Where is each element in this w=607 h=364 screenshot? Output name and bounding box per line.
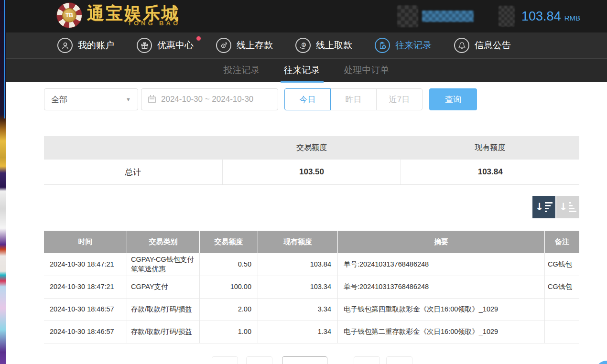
cell-summary: 电子钱包第四重取款彩金《次日16:00领取》_1029 [338, 299, 545, 321]
sort-descending-button[interactable]: ↓ [532, 196, 555, 218]
summary-total-balance: 103.84 [401, 160, 579, 184]
nav-label: 线上取款 [316, 39, 352, 52]
nav-item-withdraw[interactable]: $ 线上取款 [295, 38, 352, 53]
nav-item-promotions[interactable]: 优惠中心 [137, 38, 194, 53]
sort-controls: ↓ ↓ [44, 196, 579, 218]
nav-item-deposit[interactable]: 线上存款 [216, 38, 273, 53]
nav-label: 线上存款 [237, 39, 273, 52]
pagination-first-button[interactable] [212, 356, 238, 364]
nav-item-my-account[interactable]: 我的账户 [57, 38, 114, 53]
cell-remark [545, 299, 579, 321]
sort-ascending-icon: ↓ [559, 202, 577, 212]
account-area: 103.84 RMB [397, 0, 580, 32]
tab-betting-records[interactable]: 投注记录 [223, 59, 261, 83]
pagination-page-select[interactable] [282, 356, 327, 364]
cell-type: CGPAY-CG钱包支付笔笔送优惠 [127, 253, 200, 276]
chevron-down-icon: ▼ [126, 96, 131, 102]
promo-banner-strip [0, 0, 6, 364]
summary-header: 交易额度 现有额度 [44, 136, 579, 160]
summary-col-balance: 现有额度 [401, 143, 579, 153]
cell-amount: 100.00 [200, 276, 258, 298]
quick-today-button[interactable]: 今日 [284, 88, 331, 110]
table-row: 2024-10-30 18:46:57 存款/取款/打码/损益 1.00 1.3… [44, 321, 579, 343]
col-header-amount: 交易额度 [200, 231, 258, 253]
nav-item-transaction-records[interactable]: 往来记录 [375, 38, 432, 53]
date-range-value: 2024-10-30 ~ 2024-10-30 [161, 95, 253, 104]
avatar[interactable] [397, 5, 418, 27]
pagination-next-button[interactable] [354, 356, 380, 364]
summary-table: 交易额度 现有额度 总计 103.50 103.84 [44, 136, 579, 185]
nav-label: 我的账户 [78, 39, 114, 52]
username-redacted[interactable] [422, 11, 474, 22]
quick-yesterday-button[interactable]: 昨日 [330, 88, 377, 110]
pagination [44, 356, 579, 364]
bell-icon [454, 38, 469, 53]
casino-chip-icon: TB [56, 2, 82, 28]
tab-transaction-records[interactable]: 往来记录 [283, 59, 321, 83]
nav-item-announcements[interactable]: 信息公告 [454, 38, 511, 53]
filter-row: 全部 ▼ 2024-10-30 ~ 2024-10-30 今日 昨日 近7日 查… [44, 88, 579, 110]
cell-time: 2024-10-30 18:47:21 [44, 253, 127, 276]
main-nav: 我的账户 优惠中心 [6, 32, 607, 58]
quick-range-group: 今日 昨日 近7日 [284, 88, 423, 110]
col-header-type: 交易类别 [127, 231, 200, 253]
cell-amount: 1.00 [200, 321, 258, 343]
cell-summary: 电子钱包第二重存款彩金《次日16:00领取》_1029 [338, 321, 545, 343]
type-select[interactable]: 全部 ▼ [44, 88, 138, 110]
sort-ascending-button[interactable]: ↓ [556, 196, 579, 218]
table-row: 2024-10-30 18:46:57 存款/取款/打码/损益 2.00 3.3… [44, 299, 579, 321]
notification-dot [196, 36, 201, 41]
col-header-balance: 现有额度 [258, 231, 338, 253]
type-select-value: 全部 [51, 94, 67, 105]
withdraw-icon: $ [295, 38, 311, 53]
record-tabs: 投注记录 往来记录 处理中订单 [6, 58, 607, 82]
search-button[interactable]: 查询 [429, 88, 477, 110]
col-header-time: 时间 [44, 231, 127, 253]
cell-balance: 1.34 [258, 321, 338, 343]
user-icon [57, 38, 73, 53]
cell-remark [545, 321, 579, 343]
col-header-remark: 备注 [545, 231, 579, 253]
cell-amount: 0.50 [200, 253, 258, 276]
cell-time: 2024-10-30 18:46:57 [44, 299, 127, 321]
top-header: TB 通宝娱乐城 TONG BAO 103.84 RMB [6, 0, 607, 32]
cell-type: CGPAY支付 [127, 276, 200, 298]
transactions-table: 时间 交易类别 交易额度 现有额度 摘要 备注 2024-10-30 18:47… [44, 231, 579, 343]
table-header: 时间 交易类别 交易额度 现有额度 摘要 备注 [44, 231, 579, 253]
date-range-input[interactable]: 2024-10-30 ~ 2024-10-30 [141, 88, 278, 110]
cell-summary: 单号:202410313768486248 [338, 253, 545, 276]
pagination-prev-button[interactable] [246, 356, 272, 364]
table-row: 2024-10-30 18:47:21 CGPAY-CG钱包支付笔笔送优惠 0.… [44, 253, 579, 276]
nav-label: 信息公告 [475, 39, 511, 52]
cell-remark: CG钱包 [545, 276, 579, 298]
cell-type: 存款/取款/打码/损益 [127, 321, 200, 343]
edge-highlight-line [4, 0, 5, 118]
cell-time: 2024-10-30 18:46:57 [44, 321, 127, 343]
cell-amount: 2.00 [200, 299, 258, 321]
quick-last7days-button[interactable]: 近7日 [376, 88, 423, 110]
summary-col-trade-amount: 交易额度 [222, 143, 401, 153]
pagination-last-button[interactable] [386, 356, 412, 364]
nav-label: 优惠中心 [157, 39, 194, 52]
brand-text: 通宝娱乐城 TONG BAO [87, 4, 180, 27]
chip-monogram: TB [62, 8, 76, 22]
cell-time: 2024-10-30 18:47:21 [44, 276, 127, 298]
col-header-summary: 摘要 [338, 231, 545, 253]
svg-text:$: $ [303, 43, 304, 46]
calendar-icon [148, 96, 156, 103]
tab-processing-orders[interactable]: 处理中订单 [343, 59, 390, 83]
cell-summary: 单号:202410313768486248 [338, 276, 545, 298]
summary-total-trade-amount: 103.50 [222, 160, 401, 184]
content: 全部 ▼ 2024-10-30 ~ 2024-10-30 今日 昨日 近7日 查… [6, 82, 607, 364]
table-row: 2024-10-30 18:47:21 CGPAY支付 100.00 103.3… [44, 276, 579, 299]
deposit-icon [216, 38, 231, 53]
balance-currency: RMB [564, 11, 580, 22]
brand-logo[interactable]: TB 通宝娱乐城 TONG BAO [56, 2, 180, 28]
cell-balance: 103.34 [258, 276, 338, 298]
cell-remark: CG钱包 [545, 253, 579, 276]
records-icon [375, 38, 390, 53]
gift-icon [137, 38, 152, 53]
nav-label: 往来记录 [395, 39, 432, 52]
brand-title: 通宝娱乐城 [87, 4, 180, 21]
summary-total-row: 总计 103.50 103.84 [44, 160, 579, 185]
